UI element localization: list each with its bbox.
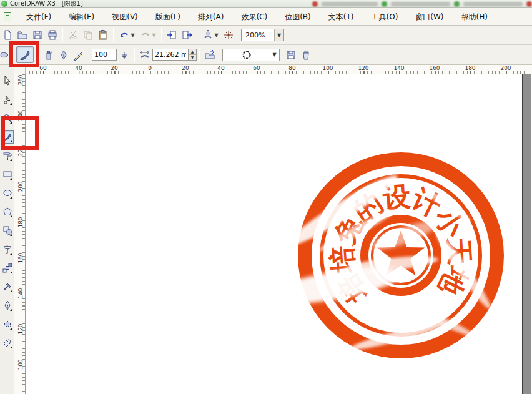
stroke-list-arrow[interactable]: ▼ [270, 49, 279, 61]
menu-file[interactable]: 文件(F) [17, 10, 60, 24]
ruler-label: 60 [253, 65, 260, 71]
print-button[interactable] [45, 27, 60, 42]
text-zi-icon: 字 [2, 244, 12, 254]
redo-button[interactable]: ▼ [137, 27, 159, 42]
toolbox: 字 [0, 65, 14, 394]
export-icon [181, 29, 192, 41]
blurred-red-icon [312, 1, 318, 7]
ruler-label: 180 [17, 217, 24, 227]
window-title: CorelDRAW X3 - [图形1] [10, 0, 83, 8]
shape-tool[interactable] [1, 92, 14, 106]
pick-tool[interactable] [1, 74, 14, 87]
zoom-combo-dropdown-arrow[interactable]: ▼ [274, 29, 283, 41]
menu-view[interactable]: 视图(V) [103, 10, 147, 24]
polygon-tool[interactable] [1, 205, 14, 219]
stamp-artwork[interactable]: 培 培 兔 的 设 计 小 天 地 [298, 152, 504, 358]
ruler-label: 200 [500, 65, 511, 71]
new-document-icon [2, 29, 13, 41]
horizontal-ruler[interactable]: 60 40 20 0 20 40 60 80 100 120 140 160 1… [26, 65, 532, 74]
redo-arrow-icon [140, 29, 151, 41]
drawing-canvas[interactable]: 培 培 兔 的 设 计 小 天 地 [26, 74, 532, 394]
interactive-fill-tool[interactable] [1, 336, 14, 350]
cut-button[interactable] [66, 27, 81, 42]
redo-dropdown-arrow[interactable]: ▼ [152, 32, 155, 38]
open-button[interactable] [15, 27, 30, 42]
export-button[interactable] [179, 27, 194, 42]
rectangle-tool[interactable] [1, 167, 14, 181]
open-folder-icon [17, 29, 28, 41]
sprayer-mode-button[interactable] [41, 47, 56, 62]
pick-arrow-icon [2, 76, 12, 86]
page-left-edge [150, 74, 150, 394]
menu-effects[interactable]: 效果(C) [232, 10, 276, 24]
ellipse-tool[interactable] [1, 186, 14, 200]
save-button[interactable] [30, 27, 45, 42]
ruler-label: 180 [465, 65, 475, 71]
corel-balloon-icon [1, 1, 7, 7]
launcher-dropdown-arrow[interactable]: ▼ [214, 32, 218, 38]
title-bar: CorelDRAW X3 - [图形1] [0, 0, 532, 8]
property-bar: ▲▼ ▼ [0, 45, 532, 65]
ruler-label: 40 [75, 65, 82, 71]
zoom-level-combo[interactable]: 200% ▼ [241, 29, 284, 41]
calligraphic-mode-button[interactable] [56, 47, 71, 62]
text-tool[interactable]: 字 [1, 242, 14, 256]
menu-layout[interactable]: 版面(L) [147, 10, 189, 24]
scissors-icon [67, 29, 79, 41]
application-launcher-button[interactable]: ▼ [200, 27, 221, 42]
paste-button[interactable] [96, 27, 111, 42]
import-button[interactable] [164, 27, 179, 42]
separator [199, 48, 200, 62]
menu-text[interactable]: 文本(T) [320, 10, 363, 24]
basic-shapes-tool[interactable] [1, 224, 14, 237]
undo-button[interactable]: ▼ [116, 27, 137, 42]
ruler-label: 120 [358, 65, 368, 71]
blend-steps-icon [2, 263, 12, 273]
separator [161, 28, 162, 42]
interactive-blend-tool[interactable] [1, 261, 14, 275]
menu-bitmaps[interactable]: 位图(B) [276, 10, 320, 24]
fill-tool[interactable] [1, 317, 14, 331]
menu-window[interactable]: 窗口(W) [406, 10, 452, 24]
ruler-label: 0 [148, 65, 152, 71]
clipboard-icon [97, 29, 109, 41]
stroke-width-icon [137, 47, 152, 62]
stroke-width-input[interactable] [152, 49, 189, 61]
ruler-label: 60 [39, 65, 46, 71]
delete-stroke-button[interactable] [298, 47, 313, 62]
copy-button[interactable] [81, 27, 96, 42]
ruler-label: 40 [217, 65, 224, 71]
menu-arrange[interactable]: 排列(A) [189, 10, 233, 24]
new-button[interactable] [0, 27, 15, 42]
pressure-mode-button[interactable] [71, 47, 86, 62]
stroke-list-dropdown[interactable]: ▼ [222, 49, 280, 61]
undo-arrow-icon [119, 29, 130, 41]
menu-edit[interactable]: 编辑(E) [60, 10, 103, 24]
stroke-width-spinner[interactable]: ▲▼ [189, 49, 197, 61]
preset-stroke-icon [0, 49, 9, 61]
ruler-label: 160 [17, 252, 24, 263]
smart-fill-tool[interactable] [1, 149, 14, 162]
blurred-pill [391, 2, 450, 6]
eyedropper-tool[interactable] [1, 280, 14, 293]
blurred-pill [322, 2, 378, 6]
import-icon [166, 29, 177, 41]
outline-tool[interactable] [1, 298, 14, 312]
ruler-label: 80 [288, 65, 295, 71]
blurred-pill [463, 2, 523, 6]
pentagon-icon [2, 207, 12, 217]
save-stroke-button[interactable] [283, 47, 298, 62]
smoothing-input[interactable] [92, 49, 117, 61]
separator [113, 28, 114, 42]
pressure-pen-icon [73, 49, 84, 61]
blurred-green-icon [454, 1, 460, 7]
browse-button[interactable] [202, 47, 217, 62]
ruler-label: 100 [17, 359, 24, 370]
undo-dropdown-arrow[interactable]: ▼ [131, 32, 134, 38]
corel-community-button[interactable] [221, 27, 236, 42]
smoothing-slider-handle-icon[interactable] [117, 47, 132, 62]
separator [62, 28, 63, 42]
menu-tools[interactable]: 工具(O) [363, 10, 407, 24]
ruler-label: 260 [17, 74, 24, 85]
menu-help[interactable]: 帮助(H) [453, 10, 496, 24]
